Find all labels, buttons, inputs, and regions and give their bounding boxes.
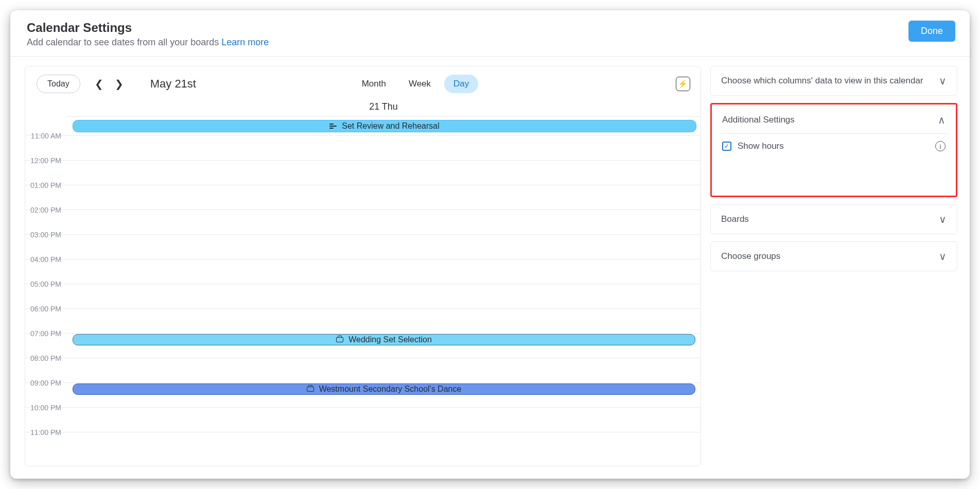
calendar-settings-modal: Calendar Settings Add calendar to see da… [10,10,970,479]
boards-section[interactable]: Boards ∨ [710,204,957,234]
today-button[interactable]: Today [37,75,80,93]
time-label: 04:00 PM [25,255,66,280]
time-label: 01:00 PM [25,181,66,205]
time-cell[interactable] [66,235,701,259]
show-hours-row: ✓ Show hours i [712,134,956,159]
subtitle-text: Add calendar to see dates from all your … [27,37,221,47]
calendar-panel: Today ❮ ❯ May 21st Month Week Day ⚡ 21 T… [25,66,701,466]
learn-more-link[interactable]: Learn more [221,37,269,47]
groups-section-header[interactable]: Choose groups ∨ [711,242,957,271]
calendar-event[interactable]: Wedding Set Selection [73,334,695,345]
allday-event[interactable]: Set Review and Rehearsal [73,120,696,132]
time-row: 11:00 PM [25,432,701,457]
time-cell[interactable] [66,136,701,160]
time-row: 01:00 PM [25,185,701,209]
page-title: Calendar Settings [27,21,269,35]
boards-section-header[interactable]: Boards ∨ [711,205,957,234]
additional-settings-title: Additional Settings [722,115,795,125]
date-nav: ❮ ❯ [92,76,127,92]
calendar-grid: 21 Thu Set Review and Rehearsal 11:00 AM… [25,98,701,466]
time-label: 07:00 PM [25,329,66,354]
time-label: 03:00 PM [25,231,66,255]
view-week-button[interactable]: Week [399,75,440,93]
time-row: 08:00 PM [25,358,701,382]
view-day-button[interactable]: Day [444,75,478,93]
time-label: 10:00 PM [25,404,66,428]
columns-section[interactable]: Choose which columns' data to view in th… [710,66,957,96]
time-label: 05:00 PM [25,280,66,304]
briefcase-icon [336,337,343,342]
additional-settings-highlight: Additional Settings ∧ ✓ Show hours i [710,103,957,197]
automation-icon[interactable]: ⚡ [676,77,690,91]
columns-section-title: Choose which columns' data to view in th… [721,76,923,86]
time-grid: 11:00 AM12:00 PM01:00 PM02:00 PM03:00 PM… [25,135,701,457]
groups-section-title: Choose groups [721,251,780,261]
calendar-toolbar: Today ❮ ❯ May 21st Month Week Day ⚡ [25,66,701,98]
event-title: Westmount Secondary School's Dance [319,385,462,394]
time-label: 11:00 PM [25,428,66,452]
time-cell[interactable] [66,408,701,432]
additional-settings-section: Additional Settings ∧ ✓ Show hours i [712,104,956,159]
prev-arrow-icon[interactable]: ❮ [92,76,107,92]
time-row: 04:00 PM [25,259,701,284]
allday-event-title: Set Review and Rehearsal [342,121,439,131]
groups-section[interactable]: Choose groups ∨ [710,241,957,271]
chevron-down-icon: ∨ [939,75,947,87]
columns-section-header[interactable]: Choose which columns' data to view in th… [711,66,957,95]
time-cell[interactable] [66,210,701,234]
time-label: 08:00 PM [25,354,66,378]
day-header: 21 Thu [66,98,701,117]
current-date-label: May 21st [150,77,196,91]
boards-section-title: Boards [721,214,749,224]
view-month-button[interactable]: Month [353,75,395,93]
time-row: 11:00 AM [25,135,701,160]
chevron-down-icon: ∨ [939,213,947,225]
show-hours-checkbox[interactable]: ✓ [722,142,731,151]
settings-sidebar: Choose which columns' data to view in th… [710,66,957,466]
show-hours-label: Show hours [738,141,784,151]
chevron-up-icon: ∧ [938,114,946,126]
time-row: 05:00 PM [25,284,701,308]
time-row: 06:00 PM [25,308,701,333]
modal-body: Today ❮ ❯ May 21st Month Week Day ⚡ 21 T… [10,57,970,479]
additional-settings-header[interactable]: Additional Settings ∧ [712,104,956,133]
modal-header: Calendar Settings Add calendar to see da… [10,10,970,57]
time-cell[interactable] [66,161,701,185]
time-cell[interactable] [66,309,701,333]
header-text: Calendar Settings Add calendar to see da… [27,21,269,48]
time-row: 12:00 PM [25,160,701,185]
info-icon[interactable]: i [935,141,946,151]
briefcase-icon [307,387,314,392]
time-cell[interactable] [66,432,701,457]
time-cell[interactable] [66,259,701,284]
chevron-down-icon: ∨ [939,250,947,263]
done-button[interactable]: Done [908,21,955,42]
page-subtitle: Add calendar to see dates from all your … [27,37,269,48]
time-row: 03:00 PM [25,234,701,259]
time-row: 02:00 PM [25,209,701,234]
time-label: 11:00 AM [25,132,66,156]
time-label: 02:00 PM [25,206,66,230]
next-arrow-icon[interactable]: ❯ [112,76,127,92]
event-type-icon [329,124,337,129]
time-label: 09:00 PM [25,379,66,403]
time-label: 12:00 PM [25,156,66,181]
time-row: 10:00 PM [25,407,701,432]
time-cell[interactable] [66,185,701,209]
time-cell[interactable] [66,358,701,382]
time-label: 06:00 PM [25,305,66,329]
view-switch: Month Week Day [353,75,479,93]
calendar-event[interactable]: Westmount Secondary School's Dance [73,383,695,395]
time-cell[interactable] [66,284,701,308]
event-title: Wedding Set Selection [348,335,432,344]
